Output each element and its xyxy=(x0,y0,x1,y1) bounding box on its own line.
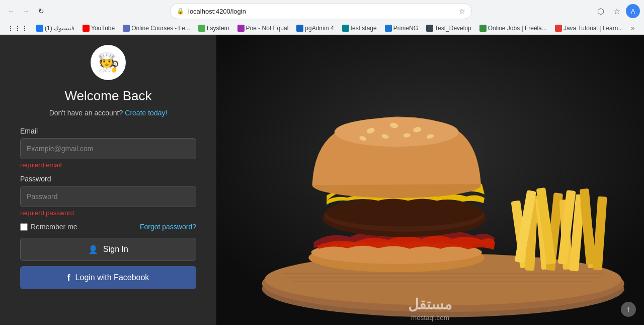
bookmark-primeng[interactable]: PrimeNG xyxy=(382,24,421,33)
back-button[interactable]: ← xyxy=(4,4,18,18)
password-form-group: Password requierd password xyxy=(20,175,196,221)
sign-in-button[interactable]: 👤 Sign In xyxy=(20,238,196,261)
browser-chrome: ← → ↻ 🔒 localhost:4200/login ☆ ⬡ ☆ A ⋮⋮⋮… xyxy=(0,0,644,35)
remember-me-label[interactable]: Remember me xyxy=(20,223,77,231)
sign-in-label: Sign In xyxy=(103,245,128,254)
password-input[interactable] xyxy=(20,186,196,207)
page-content: 🧑‍🍳 Welcome Back Don't have an account? … xyxy=(0,35,644,325)
lock-icon: 🔒 xyxy=(177,8,184,15)
bookmark-tsystem[interactable]: t system xyxy=(195,24,232,33)
toolbar-icons: ⬡ ☆ A xyxy=(594,4,640,18)
upload-icon: ↑ xyxy=(626,305,630,314)
bookmark-poe[interactable]: Poe - Not Equal xyxy=(234,24,292,33)
bookmark-facebook[interactable]: فيسبوك (1) xyxy=(33,24,77,33)
password-error: requierd password xyxy=(20,209,196,217)
bookmarks-bar: ⋮⋮⋮ فيسبوك (1) YouTube Online Courses - … xyxy=(0,22,644,34)
browser-toolbar: ← → ↻ 🔒 localhost:4200/login ☆ ⬡ ☆ A xyxy=(0,0,644,22)
address-bar[interactable]: 🔒 localhost:4200/login ☆ xyxy=(170,3,472,19)
email-form-group: Email requierd email xyxy=(20,127,196,173)
facebook-icon: f xyxy=(67,273,70,283)
remember-forgot-row: Remember me Forgot password? xyxy=(20,223,196,231)
password-label: Password xyxy=(20,175,196,183)
nav-buttons: ← → ↻ xyxy=(4,4,48,18)
bookmark-testdevelop[interactable]: Test_Develop xyxy=(423,24,474,33)
reload-button[interactable]: ↻ xyxy=(34,4,48,18)
chef-icon: 🧑‍🍳 xyxy=(97,52,120,73)
circle-action-button[interactable]: ↑ xyxy=(621,302,636,317)
all-bookmarks[interactable]: 📁 All Bookmarks xyxy=(641,24,644,33)
avatar: 🧑‍🍳 xyxy=(91,45,126,80)
extensions-icon[interactable]: ⬡ xyxy=(594,4,608,18)
no-account-text: Don't have an account? xyxy=(49,109,123,117)
create-account-row: Don't have an account? Create today! xyxy=(49,109,168,117)
forward-button[interactable]: → xyxy=(19,4,33,18)
bookmark-java[interactable]: Java Tutorial | Learn... xyxy=(552,24,626,33)
remember-checkbox[interactable] xyxy=(20,223,28,231)
email-label: Email xyxy=(20,127,196,135)
forgot-password-link[interactable]: Forgot password? xyxy=(140,223,196,231)
remember-me-text: Remember me xyxy=(31,223,77,231)
svg-text:مستقل: مستقل xyxy=(408,296,452,312)
bookmark-pgadmin[interactable]: pgAdmin 4 xyxy=(293,24,337,33)
svg-point-24 xyxy=(326,198,483,227)
food-panel: مستقل mostaql.com ↑ xyxy=(216,35,644,325)
apps-icon[interactable]: ⋮⋮⋮ xyxy=(4,23,31,33)
bookmark-youtube[interactable]: YouTube xyxy=(79,24,118,33)
svg-point-26 xyxy=(335,118,459,147)
bookmark-teststage[interactable]: test stage xyxy=(339,24,380,33)
bookmark-onlinejobs[interactable]: Online Jobs | Freela... xyxy=(476,24,550,33)
star-icon[interactable]: ☆ xyxy=(459,7,465,15)
facebook-login-button[interactable]: f Login with Facebook xyxy=(20,266,196,289)
email-error: requierd email xyxy=(20,161,196,169)
facebook-label: Login with Facebook xyxy=(75,273,149,282)
login-panel: 🧑‍🍳 Welcome Back Don't have an account? … xyxy=(0,35,216,325)
user-icon: 👤 xyxy=(88,245,98,254)
profile-icon[interactable]: A xyxy=(626,4,640,18)
svg-text:mostaql.com: mostaql.com xyxy=(411,314,449,321)
food-background: مستقل mostaql.com ↑ xyxy=(216,35,644,325)
welcome-title: Welcome Back xyxy=(65,88,152,104)
create-today-link[interactable]: Create today! xyxy=(125,109,167,117)
url-text: localhost:4200/login xyxy=(188,8,455,15)
burger-illustration: مستقل mostaql.com xyxy=(216,35,644,325)
email-input[interactable] xyxy=(20,138,196,159)
more-bookmarks-icon[interactable]: » xyxy=(628,24,637,33)
bookmark-online-courses[interactable]: Online Courses - Le... xyxy=(120,24,193,33)
bookmark-icon[interactable]: ☆ xyxy=(610,4,624,18)
